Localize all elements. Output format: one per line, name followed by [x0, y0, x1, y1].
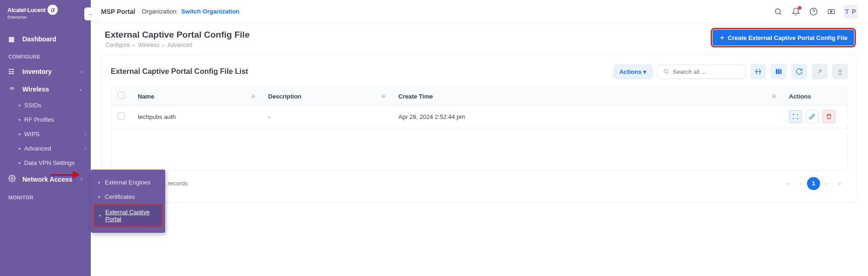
actions-dropdown-label: Actions	[619, 68, 642, 75]
sidebar-item-label: Advanced	[24, 145, 81, 152]
pager: Showing 1 - 1 of 1 records « ‹ 1 › »	[111, 171, 848, 190]
search-icon[interactable]	[773, 7, 783, 17]
table-header-row: Name≡ Description≡ Create Time≡ Actions	[111, 87, 848, 105]
sidebar-item-rf-profiles[interactable]: RF Profiles	[19, 112, 91, 127]
svg-marker-4	[831, 10, 833, 13]
chevron-right-icon: ›	[85, 131, 86, 137]
table: Name≡ Description≡ Create Time≡ Actions …	[111, 87, 848, 171]
pager-first-button[interactable]: «	[781, 177, 794, 190]
chevron-right-icon: ›	[81, 69, 82, 74]
col-name[interactable]: Name	[138, 93, 154, 100]
card-header: External Captive Portal Config File List…	[111, 64, 848, 79]
flyout-item-label: Certificates	[105, 193, 135, 200]
fit-columns-button[interactable]	[750, 64, 766, 79]
bullet-icon	[19, 148, 20, 150]
sidebar-item-advanced[interactable]: Advanced›	[19, 141, 91, 156]
col-create-time[interactable]: Create Time	[398, 93, 433, 100]
col-description[interactable]: Description	[268, 93, 302, 100]
brand-sub: Enterprise	[7, 15, 58, 20]
wifi-icon	[8, 85, 17, 93]
column-menu-icon[interactable]: ≡	[770, 92, 776, 100]
sidebar-item-label: Data VPN Settings	[24, 159, 86, 166]
org-label: Organization: Switch Organization	[142, 8, 240, 15]
cell-create-time: Apr 29, 2024 2:52:44 pm	[392, 105, 782, 128]
pager-last-button[interactable]: »	[833, 177, 846, 190]
video-icon[interactable]	[826, 7, 836, 17]
sidebar-item-label: Dashboard	[22, 35, 82, 43]
column-menu-icon[interactable]: ≡	[380, 92, 385, 100]
upload-button[interactable]	[832, 64, 848, 79]
sidebar-item-data-vpn[interactable]: Data VPN Settings	[19, 156, 91, 170]
topbar-icons: T P	[773, 5, 858, 19]
flyout-item-certificates[interactable]: Certificates	[94, 190, 162, 204]
notification-dot-icon	[798, 6, 801, 10]
switch-org-link[interactable]: Switch Organization	[182, 8, 240, 15]
svg-point-0	[11, 177, 13, 179]
crumb[interactable]: Advanced	[168, 42, 192, 48]
sidebar-item-wips[interactable]: WIPS›	[19, 127, 91, 141]
help-icon[interactable]	[808, 7, 819, 17]
columns-button[interactable]	[771, 64, 787, 79]
search-input[interactable]	[657, 65, 746, 79]
svg-point-1	[775, 9, 781, 14]
portal-title: MSP Portal	[101, 8, 135, 15]
flyout-item-label: External Captive Portal	[105, 209, 157, 223]
sidebar-item-dashboard[interactable]: ▦ Dashboard	[0, 31, 91, 47]
crumb[interactable]: Configure	[106, 42, 130, 48]
refresh-button[interactable]	[791, 64, 807, 79]
main: MSP Portal Organization: Switch Organiza…	[91, 0, 868, 276]
export-button[interactable]	[812, 64, 828, 79]
brand: Alcatel·Lucent α Enterprise	[0, 0, 91, 22]
sidebar-item-label: Inventory	[22, 68, 75, 75]
sidebar-item-label: SSIDs	[24, 102, 86, 109]
flyout-item-external-engines[interactable]: External Engines	[94, 175, 162, 190]
bullet-icon	[98, 196, 100, 198]
crumb[interactable]: Wireless	[138, 42, 159, 48]
search-icon	[663, 68, 669, 75]
svg-rect-7	[778, 69, 780, 74]
row-actions	[789, 110, 841, 123]
row-checkbox[interactable]	[118, 112, 125, 119]
collapse-sidebar-button[interactable]: ←	[84, 7, 97, 20]
table-empty-space	[111, 128, 848, 170]
annotation-arrow	[50, 171, 83, 178]
bullet-icon	[19, 133, 20, 135]
org-label-text: Organization:	[142, 8, 178, 15]
column-menu-icon[interactable]: ≡	[249, 92, 255, 100]
list-card: External Captive Portal Config File List…	[101, 55, 858, 203]
bullet-icon	[19, 105, 20, 106]
pager-next-button[interactable]: ›	[820, 177, 833, 190]
pager-page-number[interactable]: 1	[807, 177, 820, 190]
cell-name: techpubs auth	[131, 105, 262, 128]
sidebar-item-label: WIPS	[24, 131, 81, 138]
section-monitor: MONITOR	[0, 188, 91, 204]
brand-name: Alcatel·Lucent	[7, 7, 46, 13]
search-field[interactable]	[673, 68, 740, 75]
notifications-icon[interactable]	[791, 7, 801, 17]
flyout-item-label: External Engines	[105, 179, 150, 186]
edit-button[interactable]	[806, 110, 819, 123]
plus-icon: ＋	[719, 33, 725, 42]
flyout-item-external-captive-portal[interactable]: External Captive Portal	[94, 204, 162, 227]
wireless-submenu: SSIDs RF Profiles WIPS› Advanced› Data V…	[0, 98, 91, 170]
sidebar-item-ssids[interactable]: SSIDs	[19, 98, 91, 112]
actions-dropdown[interactable]: Actions ▾	[613, 65, 653, 79]
view-button[interactable]	[789, 110, 802, 123]
bullet-icon	[99, 215, 101, 217]
svg-rect-8	[780, 69, 781, 74]
arrow-left-icon: ←	[88, 11, 94, 18]
sidebar-item-label: RF Profiles	[24, 116, 86, 123]
topbar: MSP Portal Organization: Switch Organiza…	[91, 0, 868, 23]
svg-rect-6	[776, 69, 777, 74]
sidebar-item-inventory[interactable]: ☷ Inventory ›	[0, 63, 91, 80]
avatar[interactable]: T P	[844, 5, 858, 19]
page-header: External Captive Portal Config File Conf…	[91, 23, 868, 52]
pager-prev-button[interactable]: ‹	[794, 177, 807, 190]
brand-badge-icon: α	[47, 5, 58, 15]
section-configure: CONFIGURE	[0, 47, 91, 63]
sidebar-item-wireless[interactable]: Wireless ⌄	[0, 80, 91, 98]
create-config-button[interactable]: ＋ Create External Captive Portal Config …	[713, 30, 854, 46]
delete-button[interactable]	[822, 110, 835, 123]
sidebar: Alcatel·Lucent α Enterprise ← ▦ Dashboar…	[0, 0, 91, 276]
select-all-checkbox[interactable]	[118, 92, 125, 99]
